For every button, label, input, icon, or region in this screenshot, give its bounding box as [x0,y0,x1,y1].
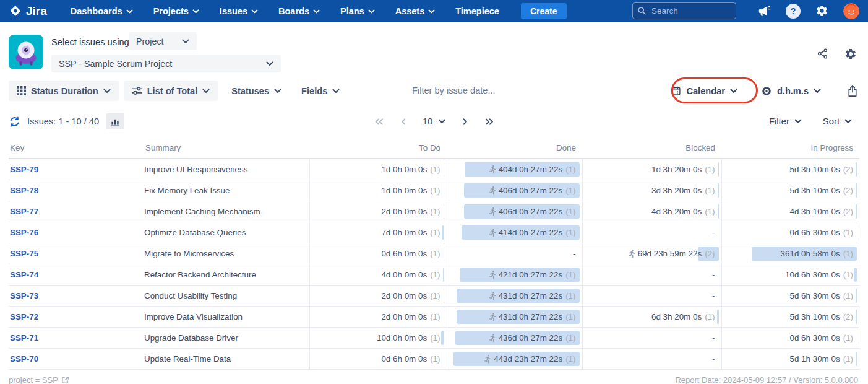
status-duration-table: Key Summary To Do Done Blocked In Progre… [9,139,859,370]
share-icon[interactable] [817,48,828,60]
issue-source-dropdown[interactable]: Project [129,32,197,50]
nav-item-issues[interactable]: Issues [220,6,258,16]
duration-bar [442,225,444,240]
duration-cell-todo: 2d 0h 0m 0s(1) [309,286,447,307]
table-row: SSP-77Implement Caching Mechanism2d 0h 0… [9,201,859,222]
report-footer: project = SSP Report Date: 2024-05-09 12… [0,370,868,384]
project-dropdown[interactable]: SSP - Sample Scrum Project [51,55,281,72]
nav-item-projects[interactable]: Projects [153,6,199,16]
bar-chart-icon[interactable] [106,113,124,129]
issue-key-link[interactable]: SSP-78 [10,186,38,195]
duration-cell-todo: 7d 0h 0m 0s(1) [309,222,447,243]
duration-cell-done: 404d 0h 27m 22s(1) [447,159,582,180]
report-header: Select issues using Project SSP - Sample… [0,22,868,77]
duration-cell-todo: 10d 0h 0m 0s(1) [309,328,447,349]
table-row: SSP-71Upgrade Database Driver10d 0h 0m 0… [9,328,859,349]
nav-item-assets[interactable]: Assets [395,6,436,16]
issue-key-link[interactable]: SSP-72 [10,312,38,321]
report-type-value: Status Duration [31,86,98,96]
nav-item-plans[interactable]: Plans [340,6,375,16]
nav-menu: DashboardsProjectsIssuesBoardsPlansAsset… [71,6,520,16]
duration-cell-todo: 0d 6h 0m 0s(1) [309,349,447,370]
page-size-dropdown[interactable]: 10 [423,116,445,126]
issue-summary: Optimize Database Queries [144,222,309,243]
view-type-dropdown[interactable]: List of Total [124,81,218,101]
issue-key-link[interactable]: SSP-76 [10,228,38,237]
duration-bar [856,183,857,198]
duration-bar [444,289,444,303]
column-header-blocked: Blocked [582,139,721,159]
duration-cell-inprogress: 0d 6h 30m 0s(1) [721,222,859,243]
calendar-icon [671,85,681,96]
calendar-dropdown[interactable]: Calendar [662,81,746,101]
statuses-label: Statuses [231,86,269,96]
jira-logo[interactable]: Jira [9,4,47,18]
calendar-label: Calendar [686,86,724,96]
report-type-dropdown[interactable]: Status Duration [9,81,119,101]
duration-cell-inprogress: 5d 6h 30m 0s(1) [721,286,859,307]
duration-bar [718,162,719,177]
issue-key-link[interactable]: SSP-75 [10,249,38,258]
duration-bar [856,204,857,219]
filter-dropdown[interactable]: Filter [769,116,802,126]
duration-bar [441,331,444,345]
duration-cell-todo: 2d 0h 0m 0s(1) [309,307,447,328]
nav-item-dashboards[interactable]: Dashboards [71,6,133,16]
nav-item-boards[interactable]: Boards [278,6,320,16]
issue-source-value: Project [136,37,164,46]
issue-key-link[interactable]: SSP-73 [10,291,38,300]
statuses-dropdown[interactable]: Statuses [223,81,290,101]
column-header-key: Key [9,139,144,159]
column-header-done: Done [447,139,582,159]
gear-icon[interactable] [815,4,828,17]
duration-cell-todo: 2d 0h 0m 0s(1) [309,201,447,222]
table-row: SSP-72Improve Data Visualization2d 0h 0m… [9,307,859,328]
pagination-prev-button[interactable] [400,118,406,125]
issue-key-link[interactable]: SSP-74 [10,270,38,279]
create-button[interactable]: Create [521,3,567,19]
megaphone-icon[interactable] [757,4,771,18]
issue-key-link[interactable]: SSP-70 [10,354,38,364]
nav-item-timepiece[interactable]: Timepiece [455,6,499,16]
sort-dropdown[interactable]: Sort [823,116,852,126]
runner-icon [488,291,497,300]
issue-key-link[interactable]: SSP-77 [10,207,38,216]
refresh-icon[interactable] [9,116,20,128]
settings-gear-icon[interactable] [844,48,857,60]
target-icon [761,85,772,97]
duration-cell-done: 431d 0h 27m 22s(1) [447,286,582,307]
table-row: SSP-76Optimize Database Queries7d 0h 0m … [9,222,859,243]
column-header-summary: Summary [144,139,309,159]
pagination-first-button[interactable] [374,118,384,125]
grid-icon [17,86,26,95]
jql-link[interactable]: project = SSP [9,375,69,384]
jira-brand-text: Jira [26,4,47,18]
sort-label: Sort [823,116,840,126]
issues-count-label: Issues: 1 - 10 / 40 [27,116,99,126]
issue-key-link[interactable]: SSP-71 [10,333,38,343]
issue-summary: Upgrade Database Driver [144,328,309,349]
jql-text: project = SSP [9,375,58,384]
help-icon[interactable]: ? [786,4,801,19]
table-row: SSP-74Refactor Backend Architecture4d 0h… [9,264,859,286]
nav-search [632,2,736,19]
duration-cell-blocked: - [582,264,721,286]
time-format-dropdown[interactable]: d.h.m.s [752,81,830,101]
user-avatar[interactable] [843,3,859,19]
pagination-last-button[interactable] [484,118,494,125]
pagination-next-button[interactable] [462,118,468,125]
duration-cell-blocked: 6d 3h 20m 0s(1) [582,307,721,328]
fields-label: Fields [301,86,327,96]
duration-cell-blocked: - [582,349,721,370]
date-filter-field[interactable]: Filter by issue date... [412,85,496,95]
duration-cell-done: 406d 0h 27m 22s(1) [447,201,582,222]
duration-cell-todo: 1d 0h 0m 0s(1) [309,159,447,180]
runner-icon [488,270,497,279]
issue-key-link[interactable]: SSP-79 [10,165,38,174]
export-icon[interactable] [847,85,858,97]
fields-dropdown[interactable]: Fields [293,81,348,101]
timepiece-app-icon [9,35,43,69]
search-input[interactable] [632,2,736,19]
runner-icon [483,354,492,364]
issue-summary: Refactor Backend Architecture [144,264,309,286]
